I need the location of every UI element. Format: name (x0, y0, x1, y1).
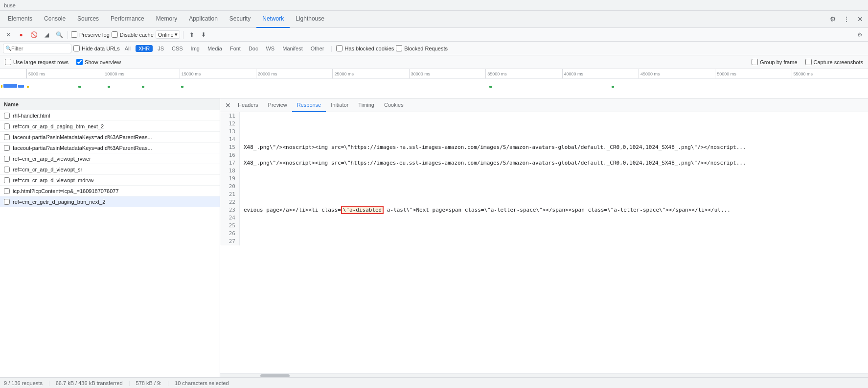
filter-ws-btn[interactable]: WS (263, 45, 277, 52)
request-checkbox-5[interactable] (4, 167, 10, 172)
filter-js-btn[interactable]: JS (155, 45, 167, 52)
line-num-20: 20 (220, 183, 240, 191)
capture-screenshots-checkbox[interactable] (805, 59, 812, 65)
response-tab-response[interactable]: Response (292, 98, 326, 112)
clear-button[interactable]: 🚫 (28, 29, 39, 40)
response-tab-preview[interactable]: Preview (263, 98, 292, 112)
import-button[interactable]: ⬆ (186, 29, 197, 40)
response-tab-cookies[interactable]: Cookies (379, 98, 409, 112)
request-item-5[interactable]: ref=cm_cr_arp_d_viewopt_sr (0, 164, 220, 175)
close-response-panel-btn[interactable]: ✕ (223, 100, 233, 110)
filter-xhr-btn[interactable]: XHR (136, 45, 153, 52)
hide-data-urls-checkbox[interactable] (73, 45, 80, 51)
has-blocked-cookies-checkbox[interactable] (336, 45, 343, 51)
large-rows-checkbox[interactable] (5, 59, 11, 65)
tick-25000: 25000 ms (332, 69, 409, 78)
tab-memory[interactable]: Memory (150, 11, 183, 28)
throttle-select[interactable]: Online ▾ (156, 30, 180, 39)
horizontal-scrollbar[interactable] (220, 373, 868, 377)
export-button[interactable]: ⬇ (198, 29, 209, 40)
main-content: rhf-handler.html Name rhf-handler.html r… (0, 98, 868, 377)
has-blocked-cookies-label[interactable]: Has blocked cookies (336, 45, 394, 51)
preserve-log-label[interactable]: Preserve log (71, 31, 110, 38)
request-checkbox-4[interactable] (4, 156, 10, 162)
blocked-requests-label[interactable]: Blocked Requests (396, 45, 448, 51)
request-checkbox-1[interactable] (4, 123, 10, 129)
options-right: Group by frame Capture screenshots (752, 59, 863, 65)
capture-screenshots-label[interactable]: Capture screenshots (805, 59, 864, 65)
tab-elements[interactable]: Elements (2, 11, 38, 28)
response-tab-headers[interactable]: Headers (233, 98, 263, 112)
group-by-frame-checkbox[interactable] (752, 59, 758, 65)
request-checkbox-6[interactable] (4, 177, 10, 183)
filter-separator: | (331, 45, 332, 52)
tick-5000: 5000 ms (26, 69, 103, 78)
request-name-0: rhf-handler.html (13, 113, 50, 119)
line-num-23: 23 (220, 206, 240, 214)
disable-cache-checkbox[interactable] (112, 31, 118, 38)
code-viewer[interactable]: 11 12 13 14 15 X48_.png\"/><noscript><im… (220, 112, 868, 373)
request-checkbox-7[interactable] (4, 188, 10, 194)
line-num-25: 25 (220, 222, 240, 230)
filter-font-btn[interactable]: Font (227, 45, 244, 52)
line-content-22 (240, 198, 244, 206)
line-num-16: 16 (220, 151, 240, 159)
request-item-7[interactable]: icp.html?icpContent=icp&_=1609187076077 (0, 186, 220, 196)
request-checkbox-3[interactable] (4, 145, 10, 151)
filter-input[interactable] (11, 46, 69, 51)
request-item-6[interactable]: ref=cm_cr_arp_d_viewopt_mdrvw (0, 175, 220, 186)
group-by-frame-label[interactable]: Group by frame (752, 59, 797, 65)
filter-img-btn[interactable]: Img (188, 45, 203, 52)
preserve-log-checkbox[interactable] (71, 31, 77, 38)
request-item-0[interactable]: rhf-handler.html (0, 110, 220, 121)
request-item-4[interactable]: ref=cm_cr_arp_d_viewopt_rvwer (0, 153, 220, 164)
show-overview-label[interactable]: Show overview (76, 59, 121, 65)
request-name-6: ref=cm_cr_arp_d_viewopt_mdrvw (13, 177, 93, 183)
response-tab-timing[interactable]: Timing (353, 98, 379, 112)
close-devtools-icon[interactable]: ✕ (854, 13, 866, 25)
request-checkbox-0[interactable] (4, 113, 10, 119)
filter-media-btn[interactable]: Media (205, 45, 225, 52)
selected-chars: 10 characters selected (175, 380, 229, 386)
line-num-12: 12 (220, 120, 240, 128)
line-num-24: 24 (220, 214, 240, 222)
filter-other-btn[interactable]: Other (308, 45, 327, 52)
separator-1 (68, 31, 68, 39)
request-item-2[interactable]: faceout-partial?asinMetadataKeys=adId%3A… (0, 132, 220, 143)
blocked-requests-checkbox[interactable] (396, 45, 402, 51)
request-item-8[interactable]: ref=cm_cr_getr_d_paging_btm_next_2 (0, 196, 220, 207)
tab-performance[interactable]: Performance (105, 11, 150, 28)
filter-doc-btn[interactable]: Doc (246, 45, 261, 52)
tab-sources[interactable]: Sources (71, 11, 105, 28)
search-button[interactable]: 🔍 (54, 29, 65, 40)
request-item-3[interactable]: faceout-partial?asinMetadataKeys=adId%3A… (0, 143, 220, 153)
tab-console[interactable]: Console (38, 11, 71, 28)
scrollbar-thumb[interactable] (260, 374, 290, 377)
filter-manifest-btn[interactable]: Manifest (279, 45, 306, 52)
settings-icon[interactable]: ⚙ (827, 13, 839, 25)
tab-network[interactable]: Network (256, 11, 290, 28)
settings-network-icon[interactable]: ⚙ (854, 29, 865, 40)
tab-lighthouse[interactable]: Lighthouse (290, 11, 330, 28)
line-num-15: 15 (220, 144, 240, 151)
large-rows-label[interactable]: Use large request rows (5, 59, 69, 65)
tab-application[interactable]: Application (183, 11, 224, 28)
line-content-21 (240, 191, 244, 198)
line-num-17: 17 (220, 159, 240, 167)
disable-cache-label[interactable]: Disable cache (112, 31, 154, 38)
line-content-24 (240, 214, 244, 222)
response-tab-initiator[interactable]: Initiator (326, 98, 353, 112)
timeline-bar-g3 (142, 86, 144, 88)
request-item-1[interactable]: ref=cm_cr_arp_d_paging_btm_next_2 (0, 121, 220, 132)
more-icon[interactable]: ⋮ (841, 13, 852, 25)
hide-data-urls-label[interactable]: Hide data URLs (73, 45, 120, 51)
request-checkbox-2[interactable] (4, 134, 10, 140)
show-overview-checkbox[interactable] (76, 59, 83, 65)
filter-all-btn[interactable]: All (122, 45, 134, 52)
close-panel-btn[interactable]: ✕ (3, 29, 14, 40)
filter-toggle-btn[interactable]: ◢ (41, 29, 52, 40)
request-checkbox-8[interactable] (4, 199, 10, 205)
filter-css-btn[interactable]: CSS (169, 45, 186, 52)
tab-security[interactable]: Security (224, 11, 256, 28)
record-button[interactable]: ● (16, 29, 26, 40)
